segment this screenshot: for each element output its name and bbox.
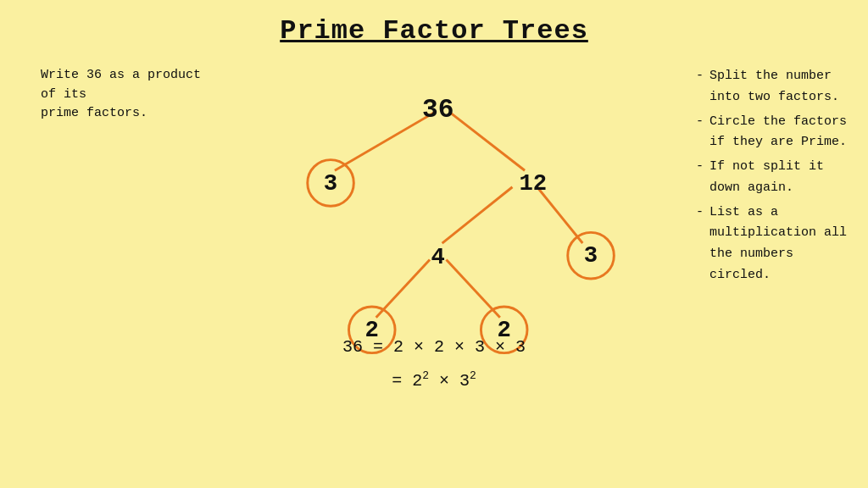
instruction-item: Split the number into two factors. (696, 66, 853, 108)
node-36: 36 (422, 95, 453, 125)
equation-line2: = 22 × 32 (0, 364, 868, 398)
node-3b: 3 (584, 242, 598, 269)
instructions-panel: Split the number into two factors.Circle… (696, 66, 853, 290)
instruction-item: If not split it down again. (696, 157, 853, 199)
svg-line-0 (335, 113, 434, 170)
svg-line-2 (442, 187, 513, 243)
instructions-list: Split the number into two factors.Circle… (696, 66, 853, 286)
instruction-item: List as a multiplication all the numbers… (696, 202, 853, 286)
factor-tree-svg: 36 3 12 4 3 2 2 (170, 51, 690, 373)
equation-line1: 36 = 2 × 2 × 3 × 3 (0, 330, 868, 364)
svg-line-1 (450, 113, 525, 170)
node-4: 4 (431, 244, 445, 270)
node-3a: 3 (324, 170, 337, 197)
factor-tree-container: 36 3 12 4 3 2 2 (170, 51, 690, 373)
node-12: 12 (519, 170, 547, 197)
equations-panel: 36 = 2 × 2 × 3 × 3 = 22 × 32 (0, 330, 868, 398)
instruction-item: Circle the factors if they are Prime. (696, 112, 853, 154)
page-title: Prime Factor Trees (0, 0, 868, 47)
